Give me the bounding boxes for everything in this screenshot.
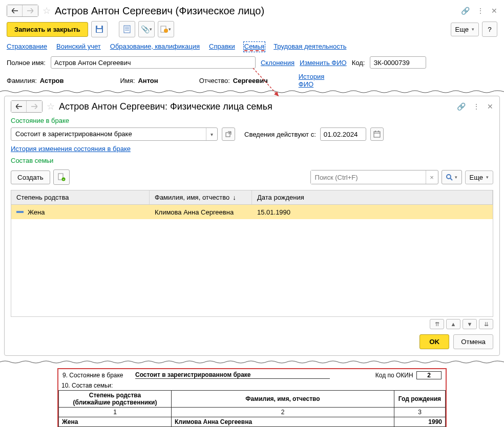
fio-parts-row: Фамилия:Астров Имя:Антон Отчество:Сергее… (7, 73, 497, 89)
patronymic-label: Отчество: (199, 77, 230, 84)
tab-insurance[interactable]: Страхование (7, 42, 47, 51)
calendar-button[interactable] (370, 127, 384, 141)
p-col3: Год рождения (394, 391, 446, 408)
table-row[interactable]: Жена Климова Анна Сергеевна 15.01.1990 (11, 205, 493, 219)
table-header: Степень родства Фамилия, имя, отчество↓ … (11, 190, 493, 205)
svg-rect-2 (97, 29, 102, 32)
p-line9-label: 9. Состояние в браке (59, 370, 131, 380)
pager: ⇈ ▲ ▼ ⇊ (11, 319, 493, 329)
patronymic-value: Сергеевич (233, 77, 268, 84)
marital-row: Состоит в зарегистрированном браке ▾ Све… (11, 127, 493, 141)
nav-buttons (7, 5, 38, 17)
marital-value: Состоит в зарегистрированном браке (11, 128, 206, 140)
dialog-close-icon[interactable]: ✕ (487, 102, 493, 111)
nav-forward-button[interactable] (23, 5, 38, 16)
favorite-star-icon[interactable]: ☆ (43, 5, 51, 16)
link-icon[interactable]: 🔗 (461, 7, 470, 15)
svg-text:+: + (62, 178, 65, 181)
up-icon: ▲ (451, 321, 456, 327)
tab-military[interactable]: Воинский учет (56, 42, 101, 51)
dialog-more-icon[interactable]: ⋮ (473, 102, 480, 111)
search-clear-button[interactable]: × (426, 170, 438, 184)
p-col1: Степень родства(ближайшие родственники) (59, 391, 172, 408)
more-icon[interactable]: ⋮ (477, 7, 484, 15)
name-value: Антон (138, 77, 158, 84)
tab-employment[interactable]: Трудовая деятельность (274, 42, 346, 51)
fullname-input[interactable] (51, 56, 256, 69)
double-up-icon: ⇈ (435, 321, 439, 328)
col-relation[interactable]: Степень родства (11, 190, 150, 204)
calendar-icon (373, 131, 381, 138)
dialog-footer: OK Отмена (11, 334, 493, 349)
p-okin-value: 2 (416, 371, 442, 379)
arrow-right-icon (27, 8, 33, 13)
family-section-title: Состав семьи (11, 157, 493, 164)
search-input[interactable] (311, 170, 426, 184)
tabs-linkbar: Страхование Воинский учет Образование, к… (7, 42, 497, 51)
valid-from-input[interactable] (320, 127, 366, 141)
p-num1: 1 (59, 408, 172, 417)
nav-back-button[interactable] (7, 5, 23, 16)
more-button[interactable]: Еще▾ (451, 23, 479, 36)
family-more-button[interactable]: Еще▾ (465, 170, 493, 184)
attach-button[interactable]: 📎▾ (138, 21, 155, 37)
dialog-nav-back[interactable] (11, 101, 27, 112)
help-button[interactable]: ? (482, 22, 497, 37)
search-box: × (310, 170, 438, 184)
cell-dob: 15.01.1990 (252, 206, 493, 218)
table-empty-area (11, 219, 493, 316)
save-button[interactable] (91, 21, 108, 37)
family-table: Степень родства Фамилия, имя, отчество↓ … (11, 190, 493, 317)
p-col2: Фамилия, имя, отчество (172, 391, 394, 408)
create-button[interactable]: Создать (11, 170, 50, 184)
save-and-close-button[interactable]: Записать и закрыть (7, 22, 88, 37)
copy-button[interactable]: + (53, 169, 70, 185)
dialog-link-icon[interactable]: 🔗 (457, 102, 466, 111)
dialog-favorite-star-icon[interactable]: ☆ (47, 101, 55, 112)
action-button[interactable]: ▾ (158, 21, 174, 37)
search-button[interactable]: ▾ (442, 170, 462, 184)
ok-button[interactable]: OK (419, 334, 449, 349)
tab-education[interactable]: Образование, квалификация (110, 42, 200, 51)
col-fio[interactable]: Фамилия, имя, отчество↓ (150, 190, 252, 204)
marital-dropdown-button[interactable]: ▾ (206, 128, 217, 140)
paperclip-icon: 📎 (141, 25, 150, 33)
page-last-button[interactable]: ⇊ (479, 319, 493, 329)
fio-history-link[interactable]: История ФИО (299, 73, 341, 88)
titlebar: ☆ Астров Антон Сергеевич (Физическое лиц… (7, 5, 497, 17)
dialog-nav-forward[interactable] (27, 101, 42, 112)
document-button[interactable] (119, 21, 135, 37)
close-icon[interactable]: ✕ (491, 7, 497, 15)
double-down-icon: ⇊ (484, 321, 489, 328)
p-r-fio: Климова Анна Сергеевна (172, 417, 394, 427)
marital-section-title: Состояние в браке (11, 117, 493, 124)
page-down-button[interactable]: ▼ (463, 319, 477, 329)
cell-relation-text: Жена (28, 208, 45, 216)
marital-select[interactable]: Состоит в зарегистрированном браке ▾ (11, 127, 218, 141)
name-label: Имя: (120, 77, 135, 84)
declensions-link[interactable]: Склонения (261, 59, 295, 67)
marital-history-link[interactable]: История изменения состояния в браке (11, 145, 131, 153)
main-window: ☆ Астров Антон Сергеевич (Физическое лиц… (0, 0, 504, 90)
surname-value: Астров (40, 77, 64, 84)
dialog-title: Астров Антон Сергеевич: Физические лица … (59, 101, 453, 112)
torn-edge-2 (0, 360, 504, 364)
title-icons: 🔗 ⋮ ✕ (461, 7, 497, 15)
p-line9-value: Состоит в зарегистрированном браке (135, 371, 330, 379)
window-title: Астров Антон Сергеевич (Физическое лицо) (55, 5, 457, 17)
down-icon: ▼ (467, 321, 473, 327)
p-num3: 3 (394, 408, 446, 417)
page-up-button[interactable]: ▲ (446, 319, 460, 329)
tab-family[interactable]: Семья (244, 42, 264, 51)
open-reference-button[interactable] (222, 127, 235, 141)
col-dob[interactable]: Дата рождения (252, 190, 493, 204)
code-input[interactable] (370, 56, 426, 69)
tab-references[interactable]: Справки (209, 42, 235, 51)
cancel-button[interactable]: Отмена (453, 334, 493, 349)
change-fio-link[interactable]: Изменить ФИО (300, 59, 347, 67)
svg-point-17 (447, 175, 451, 179)
family-toolbar: Создать + × ▾ Еще▾ (11, 169, 493, 185)
sort-down-icon: ↓ (233, 194, 236, 201)
page-first-button[interactable]: ⇈ (430, 319, 444, 329)
page-action-icon (160, 25, 169, 33)
